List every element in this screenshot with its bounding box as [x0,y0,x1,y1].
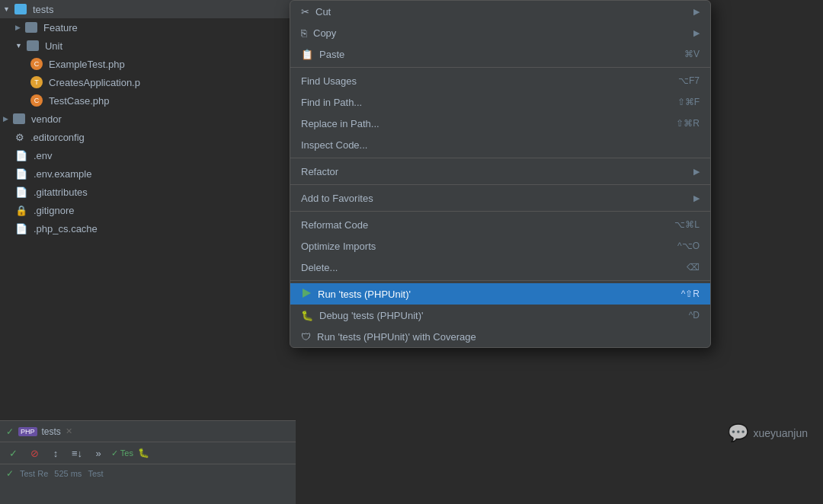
bottom-run-bar: ✓ PHP tests ✕ ✓ ⊘ ↕ ≡↓ » ✓ Tes 🐛 ✓ Test … [0,420,296,504]
cm-shortcut-find-in-path: ⇧⌘F [677,97,700,107]
cm-shortcut-paste: ⌘V [684,49,700,59]
tree-label-tests: tests [33,4,53,15]
cm-item-cut[interactable]: ✂ Cut ▶ [290,1,710,22]
tree-item-feature[interactable]: ▶ Feature [0,18,296,37]
run-tab-close[interactable]: ✕ [66,426,72,436]
arrow-tests: ▼ [3,5,10,13]
run-toolbar: ✓ ⊘ ↕ ≡↓ » ✓ Tes 🐛 [0,442,296,464]
cm-arrow-cut: ▶ [693,7,700,17]
cm-shortcut-optimize-imports: ^⌥O [677,241,700,251]
tree-item-unit[interactable]: ▼ Unit [0,37,296,55]
cm-item-optimize-imports[interactable]: Optimize Imports ^⌥O [290,235,710,257]
cm-divider-5 [290,280,710,281]
cm-item-delete[interactable]: Delete... ⌫ [290,257,710,278]
cm-item-run-tests[interactable]: Run 'tests (PHPUnit)' ^⇧R [290,283,710,305]
tree-item-phpcscache[interactable]: 📄 .php_cs.cache [0,219,296,238]
result-label: Test Re [20,469,48,478]
cm-label-paste: Paste [319,49,678,60]
file-icon-testcase: C [30,94,43,107]
cm-label-optimize-imports: Optimize Imports [301,241,671,252]
tree-label-vendor: vendor [31,113,62,125]
arrow-unit: ▼ [15,42,22,49]
copy-icon: ⎘ [301,27,307,39]
cm-label-cut: Cut [315,6,687,18]
toolbar-bug-icon: 🐛 [138,448,149,458]
cm-arrow-refactor: ▶ [693,167,700,177]
tree-label-phpcscache: .php_cs.cache [34,223,98,234]
cm-shortcut-reformat-code: ⌥⌘L [674,219,700,230]
cm-item-replace-in-path[interactable]: Replace in Path... ⇧⌘R [290,113,710,134]
cm-divider-2 [290,158,710,158]
watermark-text: xueyuanjun [753,427,808,439]
test-result-bar: ✓ Test Re 525 ms Test [0,464,296,482]
result-check-icon: ✓ [6,468,14,479]
tree-label-env-example: .env.example [34,168,91,180]
toolbar-more-btn[interactable]: » [90,445,107,461]
tree-item-testcase[interactable]: C TestCase.php [0,91,296,110]
run-check-icon: ✓ [6,426,14,437]
arrow-feature: ▶ [15,24,21,31]
cm-label-find-usages: Find Usages [301,75,672,87]
file-icon-phpcscache: 📄 [15,223,27,234]
tree-label-editorconfig: .editorconfig [30,132,85,143]
cm-item-refactor[interactable]: Refactor ▶ [290,161,710,182]
run-tab: ✓ PHP tests ✕ [0,421,296,442]
tree-item-vendor[interactable]: ▶ vendor [0,110,296,128]
context-menu: ✂ Cut ▶ ⎘ Copy ▶ 📋 Paste ⌘V Find Usages … [290,0,711,348]
cm-label-copy: Copy [313,27,687,39]
folder-icon-feature [25,22,37,33]
tree-item-tests[interactable]: ▼ tests [0,0,296,18]
tree-item-env[interactable]: 📄 .env [0,146,296,164]
watermark-icon: 💬 [728,423,748,443]
tree-item-exampletest[interactable]: C ExampleTest.php [0,55,296,73]
cm-label-run-coverage: Run 'tests (PHPUnit)' with Coverage [317,331,700,343]
cm-item-debug-tests[interactable]: 🐛 Debug 'tests (PHPUnit)' ^D [290,305,710,326]
svg-marker-0 [303,289,311,298]
cm-arrow-copy: ▶ [693,28,700,38]
cm-shortcut-debug-tests: ^D [689,310,700,321]
tree-item-gitattributes[interactable]: 📄 .gitattributes [0,183,296,201]
cm-item-paste[interactable]: 📋 Paste ⌘V [290,43,710,65]
file-icon-gitignore: 🔒 [15,205,27,216]
tree-item-editorconfig[interactable]: ⚙ .editorconfig [0,128,296,146]
cm-item-run-coverage[interactable]: 🛡 Run 'tests (PHPUnit)' with Coverage [290,326,710,347]
result-duration: 525 ms [54,469,82,478]
folder-icon-tests [14,4,27,14]
cm-item-inspect-code[interactable]: Inspect Code... [290,134,710,155]
coverage-icon: 🛡 [301,331,311,343]
result-test-label: Test [88,469,103,478]
cm-label-debug-tests: Debug 'tests (PHPUnit)' [319,310,683,321]
cm-item-copy[interactable]: ⎘ Copy ▶ [290,22,710,43]
file-icon-exampletest: C [30,58,43,70]
cm-label-inspect-code: Inspect Code... [301,139,700,151]
cm-shortcut-delete: ⌫ [687,262,700,273]
toolbar-test-status: ✓ Tes [111,448,133,458]
toolbar-filter-btn[interactable]: ≡↓ [69,445,85,461]
file-tree: ▼ tests ▶ Feature ▼ Unit C ExampleTest.p… [0,0,296,504]
cm-item-reformat-code[interactable]: Reformat Code ⌥⌘L [290,214,710,235]
cm-item-find-in-path[interactable]: Find in Path... ⇧⌘F [290,91,710,113]
debug-bug-icon: 🐛 [301,310,313,321]
tree-item-env-example[interactable]: 📄 .env.example [0,164,296,183]
paste-icon: 📋 [301,49,313,60]
cm-shortcut-replace-in-path: ⇧⌘R [676,118,700,129]
cm-shortcut-run-tests: ^⇧R [681,289,700,299]
cm-label-reformat-code: Reformat Code [301,219,668,231]
toolbar-check-btn[interactable]: ✓ [5,445,21,461]
cm-label-delete: Delete... [301,262,680,273]
toolbar-sort-btn[interactable]: ↕ [47,445,64,461]
cm-shortcut-find-usages: ⌥F7 [678,75,700,86]
php-badge: PHP [18,427,37,436]
cm-item-find-usages[interactable]: Find Usages ⌥F7 [290,70,710,91]
file-icon-env-example: 📄 [15,168,27,180]
cm-divider-1 [290,67,710,68]
toolbar-stop-btn[interactable]: ⊘ [26,445,43,461]
file-icon-editorconfig: ⚙ [15,132,24,143]
tree-label-testcase: TestCase.php [49,95,110,107]
tree-item-gitignore[interactable]: 🔒 .gitignore [0,201,296,219]
cm-arrow-add-favorites: ▶ [693,193,700,203]
cm-divider-4 [290,211,710,212]
cm-label-run-tests: Run 'tests (PHPUnit)' [318,289,675,300]
tree-item-createsapp[interactable]: T CreatesApplication.p [0,73,296,91]
cm-item-add-favorites[interactable]: Add to Favorites ▶ [290,187,710,209]
